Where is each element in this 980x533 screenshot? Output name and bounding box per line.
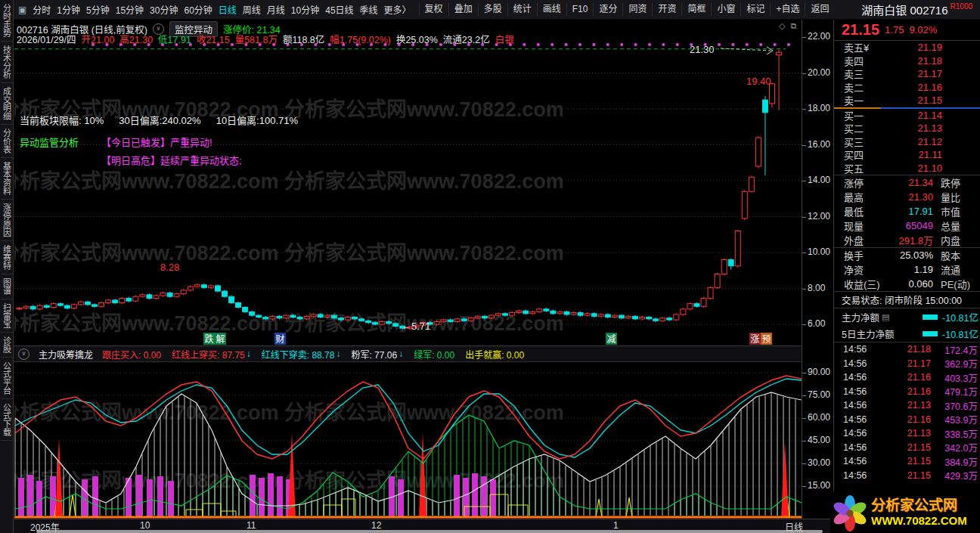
price-tick: 16.00 xyxy=(808,139,830,150)
sell-row[interactable]: 卖三21.17 xyxy=(834,67,980,81)
menu-tool-统计[interactable]: 统计 xyxy=(507,3,537,16)
stat-row: 换手25.03%股本 xyxy=(834,248,980,262)
buy-row[interactable]: 买二21.13 xyxy=(834,122,980,135)
menu-tool-开资[interactable]: 开资 xyxy=(652,3,681,16)
trade-ticks-list[interactable]: 14:5621.18172.4万14:5621.17362.9万14:5621.… xyxy=(834,342,980,482)
sidebar-item-基本资料[interactable]: 基本资料 xyxy=(1,158,13,200)
stat-row: 最高21.30量比 xyxy=(834,190,980,204)
sidebar-item-分价表[interactable]: 分价表 xyxy=(1,125,13,158)
menu-tool-返回[interactable]: 返回 xyxy=(805,3,834,16)
logo-site-name: 分析家公式网 xyxy=(871,497,967,514)
svg-text:分析家公式网www.70822.com 分析家公式网w: 分析家公式网www.70822.com 分析家公式网www.70822.com xyxy=(14,241,564,265)
svg-text:19.40: 19.40 xyxy=(746,76,771,87)
menu-period-分时[interactable]: 分时 xyxy=(29,3,54,16)
menu-tool-叠加[interactable]: 叠加 xyxy=(448,3,478,16)
ohlc-segment: 量581.8万 xyxy=(235,32,278,46)
sidebar-item-诊股[interactable]: 诊股 xyxy=(1,333,13,358)
list-icon[interactable]: ▤ xyxy=(882,312,889,322)
buy-row[interactable]: 买五21.10 xyxy=(834,162,980,175)
trade-tick-row: 14:5621.15429.3万 xyxy=(834,469,980,483)
tool-buttons: 复权叠加多股统计画线F10逐分同资开资简框小窗标记+自选返回 xyxy=(419,0,835,20)
buy-row[interactable]: 买三21.12 xyxy=(834,135,980,149)
sidebar-item-涨停原因[interactable]: 涨停原因 xyxy=(1,200,13,241)
menu-period-1分钟[interactable]: 1分钟 xyxy=(54,3,83,16)
menu-tool-F10[interactable]: F10 xyxy=(566,3,594,16)
chart-corner-icon[interactable]: ◇ xyxy=(779,21,785,31)
sidebar-item-公式下载[interactable]: 公式下载 xyxy=(1,399,13,441)
indicator-value-红线上穿买: 红线上穿买: 87.75↓ xyxy=(172,348,251,361)
price-header: 21.15 1.75 9.02% xyxy=(834,20,980,41)
sell-row[interactable]: 卖二21.16 xyxy=(834,81,980,95)
stat-row: 净资1.19流通 xyxy=(834,262,980,277)
menu-period-周线[interactable]: 周线 xyxy=(240,3,264,16)
menu-tool-多股[interactable]: 多股 xyxy=(478,3,507,16)
chevron-down-icon[interactable]: ∨ xyxy=(18,349,29,360)
trade-tick-row: 14:5621.16453.9万 xyxy=(834,413,980,427)
menu-tool-同资[interactable]: 同资 xyxy=(622,3,652,16)
menu-tool-逐分[interactable]: 逐分 xyxy=(593,3,622,16)
menu-period-60分钟[interactable]: 60分钟 xyxy=(181,3,215,16)
window-icon[interactable]: ▣ xyxy=(18,5,26,15)
date-label: 2026/01/29/四 xyxy=(17,32,76,46)
ohlc-segment: 额118.8亿 xyxy=(283,32,324,46)
menu-tool-画线[interactable]: 画线 xyxy=(537,3,566,16)
menu-period-15分钟[interactable]: 15分钟 xyxy=(113,3,147,16)
top-menubar: ▣ 分时1分钟5分钟15分钟30分钟60分钟日线周线月线10分钟45日线季线更多… xyxy=(14,0,980,20)
sidebar-item-技术分析[interactable]: 技术分析 xyxy=(1,42,13,83)
flow-legend-chip xyxy=(923,331,938,336)
menu-tool-复权[interactable]: 复权 xyxy=(419,3,448,16)
down-arrow-icon: ↓ xyxy=(336,349,340,359)
menu-period-10分钟[interactable]: 10分钟 xyxy=(288,3,322,16)
chart-corner-icon[interactable]: ⧉ xyxy=(790,21,796,31)
buy-row[interactable]: 买一21.14 xyxy=(834,109,980,122)
ohlc-segment: 收21.15 xyxy=(197,32,230,46)
menu-period-月线[interactable]: 月线 xyxy=(264,3,288,16)
abnormal-alert-line1: 异动监管分析 【今日已触发】严重异动! xyxy=(20,135,212,149)
stat-row: 外盘291.8万内盘 xyxy=(834,233,980,247)
menu-period-30分钟[interactable]: 30分钟 xyxy=(147,3,181,16)
indicator-chart[interactable]: 分析家公式网www.70822.com 分析家公式网www.70822.com分… xyxy=(14,363,802,519)
svg-text:涨: 涨 xyxy=(750,333,759,345)
flow-row-5日主力净额: 5日主力净额-10.81亿 xyxy=(834,325,980,342)
sidebar-item-成交明细[interactable]: 成交明细 xyxy=(1,83,13,125)
horizontal-scrollbar[interactable] xyxy=(36,530,823,533)
indicator-tick: 90.00 xyxy=(808,367,830,377)
time-axis-label: 2025年 xyxy=(30,520,60,533)
price-tick: 20.00 xyxy=(808,67,830,78)
indicator-tick: 15.00 xyxy=(808,480,830,491)
svg-text:21.30: 21.30 xyxy=(690,44,715,55)
indicator-value-红线下穿卖: 红线下穿卖: 88.78↓ xyxy=(262,348,341,361)
sidebar-item-图谱[interactable]: 图谱 xyxy=(1,274,13,299)
menu-period-日线[interactable]: 日线 xyxy=(216,3,240,16)
sidebar-item-公式平台[interactable]: 公式平台 xyxy=(1,358,13,399)
svg-text:解: 解 xyxy=(216,334,225,345)
site-logo: 分析家公式网 WWW.70822.COM xyxy=(830,491,980,533)
indicator-tick: 60.00 xyxy=(808,412,830,423)
menu-period-5分钟[interactable]: 5分钟 xyxy=(83,3,113,16)
sidebar-item-分时走势[interactable]: 分时走势 xyxy=(1,0,13,42)
menu-period-45日线[interactable]: 45日线 xyxy=(322,3,356,16)
sell-row[interactable]: 卖五¥21.19 xyxy=(834,41,980,54)
board-limit: 当前板块限幅: 10% xyxy=(20,113,104,127)
sidebar-item-扫雷宝[interactable]: 扫雷宝 xyxy=(1,299,13,333)
menu-period-季线[interactable]: 季线 xyxy=(357,3,381,16)
candlestick-chart[interactable]: 分析家公式网www.70822.com 分析家公式网www.70822.com分… xyxy=(14,41,802,346)
menu-period-更多〉[interactable]: 更多〉 xyxy=(381,3,414,16)
trade-tick-row: 14:5621.15342.0万 xyxy=(834,441,980,455)
deviation-10d: 10日偏离:100.71% xyxy=(216,113,298,127)
buy-row[interactable]: 买四21.11 xyxy=(834,148,980,162)
sell-row[interactable]: 卖一21.15 xyxy=(834,94,980,107)
menu-tool-标记[interactable]: 标记 xyxy=(740,3,770,16)
menu-tool-小窗[interactable]: 小窗 xyxy=(711,3,740,16)
menu-tool-简框[interactable]: 简框 xyxy=(681,3,711,16)
sell-queue: 卖五¥21.19卖四21.18卖三21.17卖二21.16卖一21.15 xyxy=(834,41,980,107)
flow-row-主力净额: 主力净额▤-10.81亿 xyxy=(834,308,980,325)
indicator-tick: 30.00 xyxy=(808,457,830,468)
alert-tomorrow: 【明日高危】延续严重异动状态; xyxy=(101,153,242,167)
sidebar-item-维赛特[interactable]: 维赛特 xyxy=(1,241,13,274)
deviation-30d: 30日偏离:240.02% xyxy=(119,113,200,127)
abnormal-alert-line2: 【明日高危】延续严重异动状态; xyxy=(20,153,242,167)
svg-text:分析家公式网www.70822.com 分析家公式网w: 分析家公式网www.70822.com 分析家公式网www.70822.com xyxy=(14,169,564,193)
menu-tool-+自选[interactable]: +自选 xyxy=(770,3,805,16)
sell-row[interactable]: 卖四21.18 xyxy=(834,54,980,68)
